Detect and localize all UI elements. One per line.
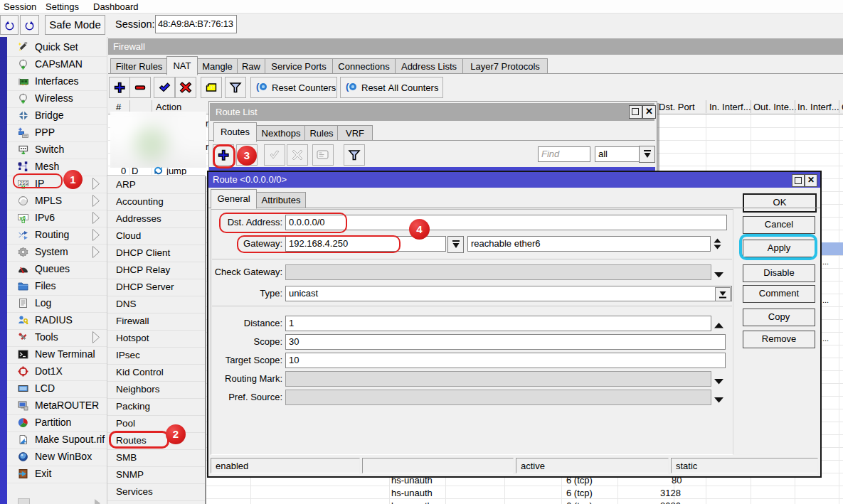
svg-text:(: ( xyxy=(256,81,260,92)
svg-text:(: ( xyxy=(346,81,349,92)
